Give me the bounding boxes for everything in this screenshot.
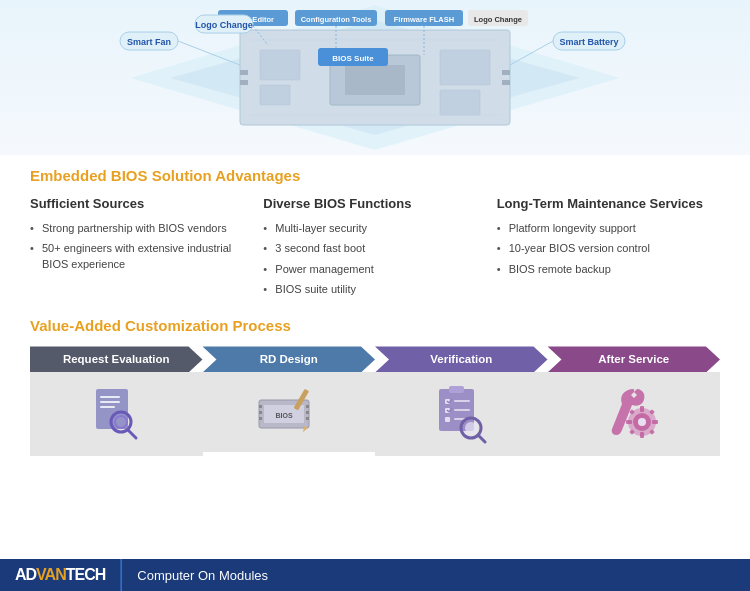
svg-rect-51 <box>306 417 309 420</box>
footer-tagline: Computer On Modules <box>122 568 268 583</box>
bios-diagram: BIOS Suite Configuration Tools Firmware … <box>0 0 750 155</box>
step-verification: Verification <box>375 346 548 456</box>
svg-point-71 <box>638 418 646 426</box>
search-document-icon <box>86 384 146 444</box>
svg-rect-59 <box>454 400 470 402</box>
svg-point-67 <box>465 422 477 434</box>
advantage-col-3: Long-Term Maintenance Services Platform … <box>497 196 720 302</box>
advantage-col-1: Sufficient Sources Strong partnership wi… <box>30 196 253 302</box>
svg-rect-8 <box>260 85 290 105</box>
svg-rect-49 <box>306 405 309 408</box>
svg-rect-47 <box>259 411 262 414</box>
col-2-list: Multi-layer security 3 second fast boot … <box>263 221 486 298</box>
diagram-svg: BIOS Suite Configuration Tools Firmware … <box>0 0 750 155</box>
step-3-header: Verification <box>375 346 548 372</box>
list-item: 50+ engineers with extensive industrial … <box>30 241 253 272</box>
svg-rect-9 <box>440 50 490 85</box>
step-4-header: After Service <box>548 346 721 372</box>
service-icon <box>604 384 664 444</box>
svg-rect-39 <box>100 406 115 408</box>
step-1-header: Request Evaluation <box>30 346 203 372</box>
svg-text:Logo Change: Logo Change <box>474 15 522 24</box>
svg-text:Smart Battery: Smart Battery <box>559 37 618 47</box>
svg-rect-12 <box>240 80 248 85</box>
svg-rect-10 <box>440 90 480 115</box>
col-2-title: Diverse BIOS Functions <box>263 196 486 213</box>
list-item: Multi-layer security <box>263 221 486 236</box>
svg-rect-63 <box>454 409 470 411</box>
list-item: Strong partnership with BIOS vendors <box>30 221 253 236</box>
svg-rect-73 <box>640 432 644 438</box>
advantech-logo: ADVANTECH <box>15 566 105 584</box>
step-3-body <box>375 372 548 456</box>
svg-text:Configuration Tools: Configuration Tools <box>301 15 372 24</box>
svg-rect-14 <box>502 80 510 85</box>
verification-icon <box>429 384 494 444</box>
svg-rect-55 <box>449 386 464 393</box>
svg-text:Smart Fan: Smart Fan <box>127 37 171 47</box>
svg-rect-38 <box>100 401 120 403</box>
svg-text:Logo Change: Logo Change <box>195 20 253 30</box>
svg-rect-50 <box>306 411 309 414</box>
list-item: BIOS remote backup <box>497 262 720 277</box>
svg-text:Firmware FLASH: Firmware FLASH <box>394 15 454 24</box>
svg-rect-37 <box>100 396 120 398</box>
svg-text:BIOS: BIOS <box>275 412 292 419</box>
step-request-evaluation: Request Evaluation <box>30 346 203 456</box>
svg-rect-11 <box>240 70 248 75</box>
footer-logo-area: ADVANTECH <box>0 559 121 591</box>
col-1-list: Strong partnership with BIOS vendors 50+… <box>30 221 253 272</box>
footer: ADVANTECH Computer On Modules <box>0 559 750 591</box>
svg-line-42 <box>128 430 136 438</box>
logo-van: VAN <box>36 566 66 584</box>
list-item: Power management <box>263 262 486 277</box>
svg-rect-48 <box>259 417 262 420</box>
main-content: Embedded BIOS Solution Advantages Suffic… <box>0 155 750 466</box>
step-after-service: After Service <box>548 346 721 456</box>
advantage-col-2: Diverse BIOS Functions Multi-layer secur… <box>263 196 486 302</box>
col-1-title: Sufficient Sources <box>30 196 253 213</box>
svg-rect-72 <box>640 406 644 412</box>
list-item: BIOS suite utility <box>263 282 486 297</box>
col-3-title: Long-Term Maintenance Services <box>497 196 720 213</box>
main-section-title: Embedded BIOS Solution Advantages <box>30 167 720 184</box>
logo-tech: TECH <box>66 566 106 584</box>
logo-ad: AD <box>15 566 36 584</box>
step-2-header: RD Design <box>203 346 376 372</box>
step-2-body: BIOS <box>203 372 376 452</box>
process-steps: Request Evaluation RD Design <box>30 346 720 456</box>
svg-text:BIOS Suite: BIOS Suite <box>332 54 374 63</box>
list-item: Platform longevity support <box>497 221 720 236</box>
bios-chip-icon: BIOS <box>254 385 324 440</box>
list-item: 3 second fast boot <box>263 241 486 256</box>
svg-rect-64 <box>445 417 450 422</box>
col-3-list: Platform longevity support 10-year BIOS … <box>497 221 720 277</box>
step-1-body <box>30 372 203 456</box>
svg-line-68 <box>478 435 485 442</box>
value-section-title: Value-Added Customization Process <box>30 317 720 334</box>
step-4-body <box>548 372 721 456</box>
list-item: 10-year BIOS version control <box>497 241 720 256</box>
svg-rect-7 <box>260 50 300 80</box>
svg-rect-6 <box>345 65 405 95</box>
svg-rect-74 <box>626 420 632 424</box>
svg-rect-75 <box>652 420 658 424</box>
step-rd-design: RD Design BIOS <box>203 346 376 456</box>
svg-rect-13 <box>502 70 510 75</box>
advantages-grid: Sufficient Sources Strong partnership wi… <box>30 196 720 302</box>
svg-rect-46 <box>259 405 262 408</box>
